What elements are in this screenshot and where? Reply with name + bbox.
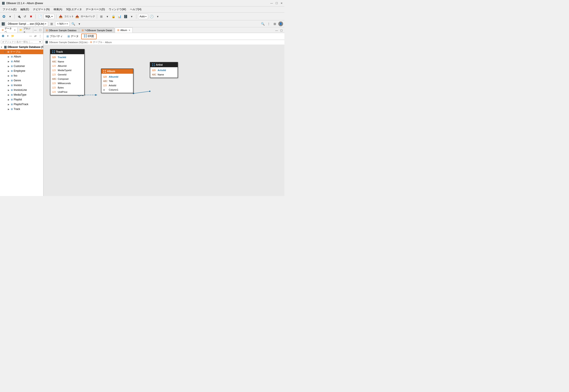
global-search-button[interactable]: 🔍 [260,21,265,27]
tree-item-customer[interactable]: ▶ ⊞ Customer [0,64,43,69]
track-label: Track [14,108,20,111]
tab-dbeaver-sample2[interactable]: ⊞ *<DBeaver Sample Datab [79,28,114,33]
sub-tab-data[interactable]: ⊞ データ [65,34,81,39]
db-button[interactable]: 🗄️ [123,14,128,19]
history-chevron[interactable]: ▾ [155,14,160,19]
search-chevron-button[interactable]: ▾ [77,21,82,27]
panel-maximize-button[interactable]: ☐ [38,28,42,32]
tree-item-invoice[interactable]: ▶ ⊞ Invoice [0,83,43,88]
menu-database[interactable]: データベース(D) [84,7,107,12]
db-tab-close[interactable]: ✕ [14,29,16,31]
panel-minimize-button[interactable]: — [33,28,38,32]
rollback-icon-button[interactable]: 📤 [75,14,80,19]
close-button[interactable]: ✕ [281,2,283,5]
search-conn-button[interactable]: 🔍 [71,21,76,27]
auto-dropdown[interactable]: Auto ▾ [138,14,148,19]
menu-file[interactable]: ファイル(E) [1,7,18,12]
sub-tab-properties[interactable]: ⊞ プロパティ [44,34,65,39]
track-field-albumid: 123 AlbumId [50,64,84,68]
track-body: 123 TrackId ABC Name 123 AlbumId 123 Med… [50,54,84,95]
menu-edit[interactable]: 編集(E) [19,7,31,12]
new-connection-button[interactable] [1,14,6,19]
foo-icon: ⊞ [11,74,13,77]
tree-root-db[interactable]: ▾ 🗄️ DBeaver Sample Database (SQLite [0,45,43,49]
tree-item-employee[interactable]: ▶ ⊞ Employee [0,69,43,73]
disconnect-button[interactable]: ✖ [29,14,34,19]
more-button[interactable]: ▾ [129,14,134,19]
nav-selector[interactable]: < N/A > ▾ [55,21,70,27]
employee-icon: ⊞ [11,70,13,72]
tree-item-genre[interactable]: ▶ ⊞ Genre [0,78,43,83]
conn-settings-button[interactable]: ⊞ [49,21,54,27]
db-conn-icon: 🗄️ [1,22,5,26]
new-sql-button[interactable]: 📄 [37,14,43,19]
tab-dbeaver-sample[interactable]: ⊞ DBeaver Sample Databas [44,28,79,33]
album-tab-close[interactable]: ✕ [129,29,130,31]
tree-item-track[interactable]: ▶ ⊞ Track [0,107,43,112]
mediatype-expand-icon: ▶ [8,94,11,96]
menu-navigate[interactable]: ナビゲート(N) [31,7,51,12]
tab-album[interactable]: ⊞ Album ✕ [115,28,133,33]
menu-sql-editor[interactable]: SQLエディタ [64,7,84,12]
tree-item-artist[interactable]: ▶ ⊞ Artist [0,59,43,64]
er-table-track[interactable]: Track 123 TrackId ABC Name 123 AlbumId [50,49,85,95]
sub-tabs: ⊞ プロパティ ⊞ データ ER図 [44,33,284,40]
format-button[interactable]: ⊞ [99,14,104,19]
svg-rect-19 [52,52,53,53]
auto-label: Auto [140,15,145,18]
sub-tab-er[interactable]: ER図 [81,34,97,39]
tree-item-invoiceline[interactable]: ▶ ⊞ InvoiceLine [0,88,43,92]
editor-minimize-button[interactable]: — [274,28,279,33]
grid-button[interactable]: ⊞ [272,21,277,27]
data-label: データ [71,34,79,38]
playlist-label: Playlist [14,98,22,101]
main-toolbar: ▾ 🔌 ↺ ✖ 📄 SQL ▾ 📥 コミット 📤 ロールバック ⊞ ▾ 🔒 📊 … [0,13,284,20]
tab-project[interactable]: 📁 プロジェ [18,27,33,33]
connect-button[interactable]: 🔌 [16,14,21,19]
foo-expand-icon: ▶ [8,75,11,77]
track-expand-icon: ▶ [8,108,11,110]
maximize-button[interactable]: ☐ [275,2,278,5]
history-button[interactable]: 🕐 [149,14,154,19]
playlisttrack-icon: ⊞ [11,103,13,106]
tree-item-playlisttrack[interactable]: ▶ ⊞ PlaylistTrack [0,102,43,107]
editor-maximize-button[interactable]: ☐ [279,28,284,33]
commit-icon-button[interactable]: 📥 [58,14,63,19]
sql-dropdown[interactable]: SQL ▾ [44,14,55,19]
chevron-down-btn[interactable]: ▾ [6,34,10,38]
menu-search[interactable]: 検索(A) [52,7,64,12]
album-field-column1: ⊞ Column1 [101,88,133,92]
refresh-button[interactable]: ↺ [22,14,28,19]
new-item-button[interactable] [1,34,5,38]
playlisttrack-expand-icon: ▶ [8,103,11,106]
er-table-album[interactable]: Album 123 AlbumId ABC Title 123 ArtistId [101,69,134,93]
more-panel-button[interactable]: ⋮ [38,34,42,38]
expand-button[interactable]: ⇄ [33,34,38,38]
employee-expand-icon: ▶ [8,70,11,72]
avatar-button[interactable]: 👤 [278,21,283,26]
tab-database[interactable]: ⊞ データベ ✕ [0,27,18,33]
connection-selector[interactable]: DBeaver Sampl ... ase (SQLite) ▾ [6,21,48,27]
menu-help[interactable]: ヘルプ(H) [128,7,143,12]
foo-label: foo [14,74,17,77]
tree-item-playlist[interactable]: ▶ ⊞ Playlist [0,97,43,102]
tree-item-foo[interactable]: ▶ ⊞ foo [0,73,43,78]
options-button[interactable]: ⋮ [266,21,271,27]
lock-button[interactable]: 🔒 [111,14,116,19]
tree-item-mediatype[interactable]: ▶ ⊞ MediaType [0,92,43,97]
er-table-artist[interactable]: Artist 123 ArtistId ABC Name [150,62,178,78]
collapse-button[interactable]: — [29,34,33,38]
er-canvas[interactable]: Track 123 TrackId ABC Name 123 AlbumId [44,45,284,196]
stats-button[interactable]: 📊 [117,14,122,19]
tree-item-album[interactable]: ▶ ⊞ Album [0,54,43,59]
svg-rect-26 [154,64,155,64]
minimize-button[interactable]: — [270,2,273,5]
search-input[interactable] [2,41,39,43]
er-icon [84,34,87,38]
menu-window[interactable]: ウィンドウ(W) [107,7,128,12]
dropdown-button[interactable]: ▾ [7,14,13,19]
dropdown2-button[interactable]: ▾ [105,14,110,19]
folder-button[interactable]: 📁 [10,34,15,38]
filter-icon[interactable]: ▼ [39,41,41,43]
tree-item-tables[interactable]: ▾ ⊞ テーブル [0,49,43,54]
